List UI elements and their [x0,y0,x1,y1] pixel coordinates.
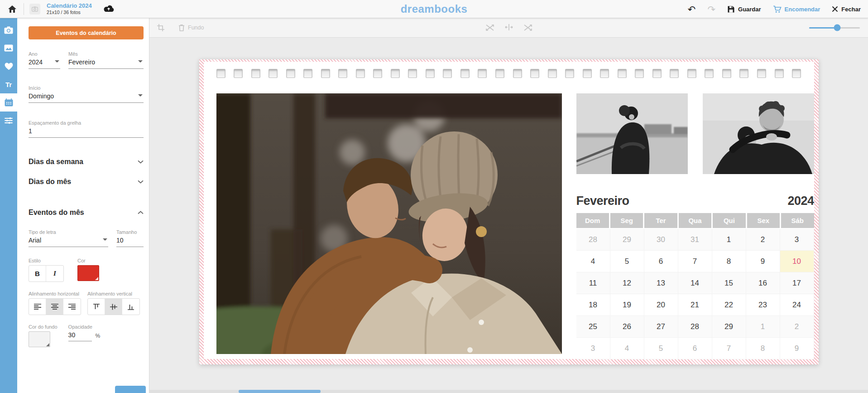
date-grid: 2829303112345678910111213141516171819202… [576,229,814,359]
day-cell[interactable]: 8 [712,251,746,272]
day-cell[interactable]: 3 [576,338,610,359]
horizontal-scrollbar[interactable] [149,390,868,393]
day-cell[interactable]: 7 [712,338,746,359]
undo-icon[interactable]: ↶ [688,5,696,14]
apply-button[interactable] [115,386,146,393]
day-cell[interactable]: 20 [644,294,678,316]
day-cell[interactable]: 4 [576,251,610,272]
day-cell[interactable]: 29 [610,229,644,251]
font-family-select[interactable]: Tipo de letra Arial [29,229,108,247]
weekday-cell: Sáb [781,213,814,228]
day-cell[interactable]: 16 [746,272,780,294]
day-cell[interactable]: 6 [678,338,712,359]
day-cell[interactable]: 12 [610,272,644,294]
day-cell[interactable]: 15 [712,272,746,294]
mini-photo-1[interactable] [576,93,688,174]
scrollbar-thumb[interactable] [239,390,321,393]
order-button[interactable]: Encomendar [773,5,820,13]
dreambooks-logo: dreambooks [401,3,468,15]
align-bottom-button[interactable] [122,299,139,315]
day-cell[interactable]: 22 [712,294,746,316]
bg-color-swatch[interactable] [29,331,50,347]
align-top-button[interactable] [88,299,105,315]
day-cell[interactable]: 7 [678,251,712,272]
delete-background-button[interactable]: Fundo [178,24,204,31]
calendar-icon [5,98,13,107]
day-cell[interactable]: 3 [780,229,814,251]
binding-hole [670,69,679,78]
day-cell[interactable]: 2 [746,229,780,251]
binding-hole [286,69,295,78]
day-cell[interactable]: 31 [678,229,712,251]
day-cell[interactable]: 26 [610,316,644,338]
day-cell[interactable]: 21 [678,294,712,316]
section-month-days[interactable]: Dias do mês [29,178,144,186]
day-cell[interactable]: 9 [780,338,814,359]
day-cell[interactable]: 14 [678,272,712,294]
opacity-input[interactable]: Opacidade 30 % [68,324,101,347]
align-center-button[interactable] [46,299,63,315]
day-cell[interactable]: 27 [644,316,678,338]
day-cell[interactable]: 8 [746,338,780,359]
day-cell[interactable]: 13 [644,272,678,294]
day-cell[interactable]: 23 [746,294,780,316]
italic-button[interactable]: I [46,266,63,281]
day-cell[interactable]: 24 [780,294,814,316]
day-cell[interactable]: 5 [610,251,644,272]
day-cell[interactable]: 2 [780,316,814,338]
sidebar-item-layouts[interactable] [0,39,17,57]
month-label: Mês [68,51,144,57]
font-size-input[interactable]: Tamanho 10 [116,229,144,247]
align-right-button[interactable] [63,299,81,315]
day-cell[interactable]: 10 [780,251,814,272]
section-weekdays[interactable]: Dias da semana [29,158,144,166]
mini-photo-2[interactable] [703,93,814,174]
crop-button[interactable] [157,24,165,32]
day-cell[interactable]: 18 [576,294,610,316]
align-middle-button[interactable] [105,299,122,315]
day-cell[interactable]: 1 [746,316,780,338]
day-cell[interactable]: 1 [712,229,746,251]
weekday-cell: Qua [679,213,711,228]
main-photo[interactable] [216,93,562,354]
calendar-events-button[interactable]: Eventos do calendário [29,26,144,39]
text-color-swatch[interactable] [77,265,99,281]
year-select[interactable]: Ano 2024 [29,51,60,69]
section-month-events[interactable]: Eventos do mês [29,209,144,217]
close-button[interactable]: Fechar [832,6,861,13]
day-cell[interactable]: 30 [644,229,678,251]
sidebar-item-text[interactable]: Tr [0,75,17,93]
day-cell[interactable]: 9 [746,251,780,272]
day-cell[interactable]: 11 [576,272,610,294]
swap-icon[interactable] [485,24,494,31]
sidebar-item-calendar[interactable] [0,93,17,112]
save-button[interactable]: Guardar [727,5,761,13]
grid-spacing-input[interactable]: Espaçamento da grelha 1 [29,120,144,138]
canvas-area: Fundo [149,18,868,393]
day-cell[interactable]: 5 [644,338,678,359]
sidebar-item-settings[interactable] [0,112,17,130]
day-cell[interactable]: 25 [576,316,610,338]
home-icon[interactable] [6,3,18,15]
day-cell[interactable]: 19 [610,294,644,316]
redo-icon[interactable]: ↷ [707,5,715,14]
day-cell[interactable]: 6 [644,251,678,272]
zoom-slider-thumb[interactable] [834,24,840,31]
chevron-down-icon [138,60,143,63]
zoom-slider[interactable] [809,24,860,31]
sidebar-item-favorites[interactable] [0,57,17,75]
day-cell[interactable]: 29 [712,316,746,338]
day-cell[interactable]: 17 [780,272,814,294]
month-select[interactable]: Mês Fevereiro [68,51,144,69]
start-day-select[interactable]: Início Domingo [29,85,144,103]
shuffle-icon[interactable] [523,24,532,31]
bold-button[interactable]: B [29,266,46,281]
day-cell[interactable]: 28 [678,316,712,338]
flip-horizontal-icon[interactable] [504,24,513,30]
settings-panel: Eventos do calendário Ano 2024 Mês Fever… [17,18,149,393]
day-cell[interactable]: 4 [610,338,644,359]
zoom-slider-track[interactable] [809,27,860,29]
align-left-button[interactable] [29,299,46,315]
day-cell[interactable]: 28 [576,229,610,251]
sidebar-item-photos[interactable] [0,21,17,39]
